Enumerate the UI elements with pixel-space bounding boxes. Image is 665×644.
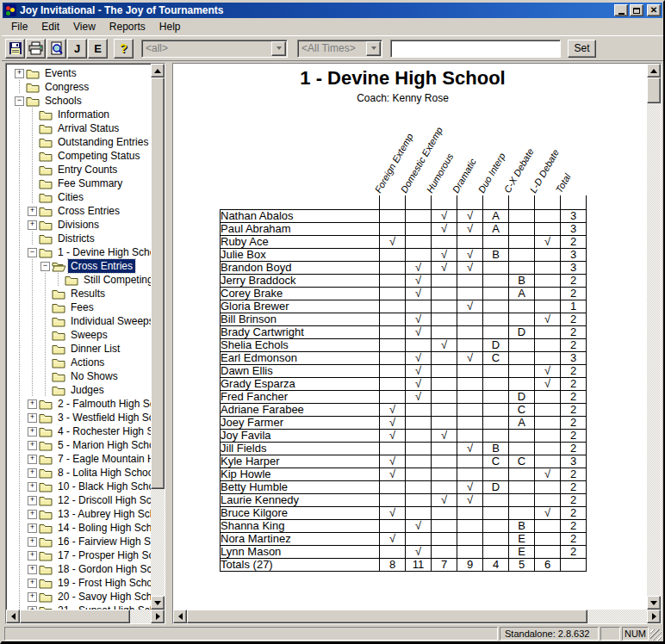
- tree-vertical-scrollbar[interactable]: [151, 64, 165, 610]
- save-button[interactable]: [5, 39, 25, 59]
- report-vscroll-track[interactable]: [647, 103, 661, 596]
- events-button[interactable]: E: [88, 39, 108, 59]
- tree-item[interactable]: Congress: [13, 80, 151, 94]
- tree-item[interactable]: Entry Counts: [13, 163, 151, 176]
- tree-item[interactable]: +14 - Boling High School: [13, 521, 151, 535]
- expand-icon[interactable]: +: [28, 220, 37, 230]
- tree-item[interactable]: +13 - Aubrey High School: [13, 507, 151, 521]
- tree-item[interactable]: +3 - Westfield High School: [13, 411, 151, 424]
- tree-item[interactable]: +20 - Savoy High School: [13, 590, 151, 604]
- tree-item[interactable]: Dinner List: [13, 342, 151, 356]
- filter-input[interactable]: [390, 40, 561, 58]
- collapse-icon[interactable]: −: [40, 262, 50, 271]
- menu-edit[interactable]: Edit: [34, 19, 66, 35]
- scroll-right-button[interactable]: [151, 610, 165, 623]
- report-hscroll-track[interactable]: [587, 610, 647, 623]
- scroll-down-button[interactable]: [647, 596, 661, 610]
- tree-horizontal-scrollbar[interactable]: [6, 610, 165, 623]
- tree-item[interactable]: +10 - Black High School: [13, 480, 151, 493]
- expand-icon[interactable]: +: [28, 551, 37, 560]
- tree-item[interactable]: Outstanding Entries: [13, 135, 151, 149]
- print-preview-button[interactable]: [47, 39, 66, 59]
- tree-item[interactable]: Judges: [13, 383, 151, 397]
- tree-item[interactable]: Information: [13, 108, 151, 121]
- pane-splitter[interactable]: [165, 63, 172, 624]
- tree-item[interactable]: +4 - Rochester High School: [13, 424, 151, 438]
- tree-item[interactable]: +Divisions: [13, 218, 151, 232]
- tree-item[interactable]: +19 - Frost High School: [13, 576, 151, 590]
- expand-icon[interactable]: +: [28, 565, 37, 574]
- tree-item[interactable]: +5 - Marion High School: [13, 438, 151, 452]
- tree-item[interactable]: Individual Sweeps: [13, 314, 151, 328]
- scroll-up-button[interactable]: [151, 64, 165, 77]
- collapse-icon[interactable]: −: [28, 248, 37, 257]
- tree-item[interactable]: +8 - Lolita High School: [13, 466, 151, 480]
- scroll-up-button[interactable]: [647, 64, 661, 77]
- scroll-down-button[interactable]: [151, 596, 165, 610]
- expand-icon[interactable]: +: [28, 468, 37, 478]
- expand-icon[interactable]: +: [28, 537, 37, 547]
- tree-item[interactable]: Arrival Status: [13, 121, 151, 135]
- expand-icon[interactable]: +: [28, 455, 37, 464]
- tree-hscroll-track[interactable]: [130, 610, 151, 623]
- tree-item[interactable]: −Cross Entries: [13, 259, 151, 273]
- expand-icon[interactable]: +: [28, 427, 37, 437]
- tree-item[interactable]: +Events: [13, 66, 151, 80]
- expand-icon[interactable]: +: [28, 579, 37, 588]
- expand-icon[interactable]: +: [28, 207, 37, 216]
- resize-grip[interactable]: [650, 629, 662, 641]
- scroll-right-button[interactable]: [647, 610, 661, 623]
- event-filter-dropdown-button[interactable]: [271, 41, 286, 56]
- report-vscroll-thumb[interactable]: [647, 77, 661, 103]
- tree-item[interactable]: Fee Summary: [13, 176, 151, 190]
- report-hscroll-thumb[interactable]: [187, 610, 587, 623]
- print-button[interactable]: [26, 39, 46, 59]
- tree-item[interactable]: +21 - Sunset High School: [13, 604, 151, 610]
- tree-item[interactable]: Competing Status: [13, 149, 151, 163]
- tree-item[interactable]: +12 - Driscoll High School: [13, 493, 151, 507]
- tree-vscroll-thumb[interactable]: [151, 77, 165, 489]
- scroll-left-button[interactable]: [6, 610, 20, 623]
- tree-item[interactable]: Districts: [13, 232, 151, 245]
- tree-item[interactable]: No Shows: [13, 369, 151, 383]
- menu-help[interactable]: Help: [152, 19, 188, 35]
- time-filter-combo[interactable]: <All Times>: [297, 40, 382, 58]
- menu-view[interactable]: View: [66, 19, 103, 35]
- expand-icon[interactable]: +: [15, 69, 24, 78]
- tree-item[interactable]: −Schools: [13, 94, 151, 108]
- expand-icon[interactable]: +: [28, 441, 37, 450]
- tree-item[interactable]: +17 - Prosper High School: [13, 548, 151, 562]
- minimize-button[interactable]: [614, 4, 628, 16]
- help-button[interactable]: ?: [114, 39, 134, 59]
- tree-item[interactable]: +Cross Entries: [13, 204, 151, 218]
- tree-item[interactable]: Sweeps: [13, 328, 151, 342]
- collapse-icon[interactable]: −: [15, 96, 24, 106]
- tree-hscroll-thumb[interactable]: [20, 610, 130, 623]
- menu-file[interactable]: File: [4, 19, 34, 35]
- menu-reports[interactable]: Reports: [103, 19, 152, 35]
- tree-item[interactable]: +18 - Gordon High School: [13, 562, 151, 576]
- tree-item[interactable]: Still Competing: [13, 273, 151, 287]
- event-filter-combo[interactable]: <all>: [141, 40, 288, 58]
- expand-icon[interactable]: +: [28, 482, 37, 492]
- report-vertical-scrollbar[interactable]: [647, 64, 661, 610]
- expand-icon[interactable]: +: [28, 510, 37, 519]
- tree-item[interactable]: Cities: [13, 190, 151, 204]
- close-button[interactable]: ✕: [647, 4, 661, 16]
- tree-item[interactable]: +2 - Falmouth High School: [13, 397, 151, 411]
- expand-icon[interactable]: +: [28, 606, 37, 610]
- judges-button[interactable]: J: [67, 39, 87, 59]
- report-horizontal-scrollbar[interactable]: [173, 610, 661, 623]
- tree-item[interactable]: +16 - Fairview High School: [13, 535, 151, 548]
- expand-icon[interactable]: +: [28, 399, 37, 409]
- tree-item[interactable]: Results: [13, 287, 151, 300]
- expand-icon[interactable]: +: [28, 523, 37, 533]
- time-filter-dropdown-button[interactable]: [366, 41, 381, 56]
- maximize-button[interactable]: [630, 4, 643, 16]
- tree-item[interactable]: +7 - Eagle Mountain High School: [13, 452, 151, 466]
- tree-item[interactable]: Actions: [13, 356, 151, 369]
- scroll-left-button[interactable]: [173, 610, 187, 623]
- expand-icon[interactable]: +: [28, 496, 37, 505]
- expand-icon[interactable]: +: [28, 413, 37, 423]
- tree-item[interactable]: −1 - Devine High School: [13, 245, 151, 259]
